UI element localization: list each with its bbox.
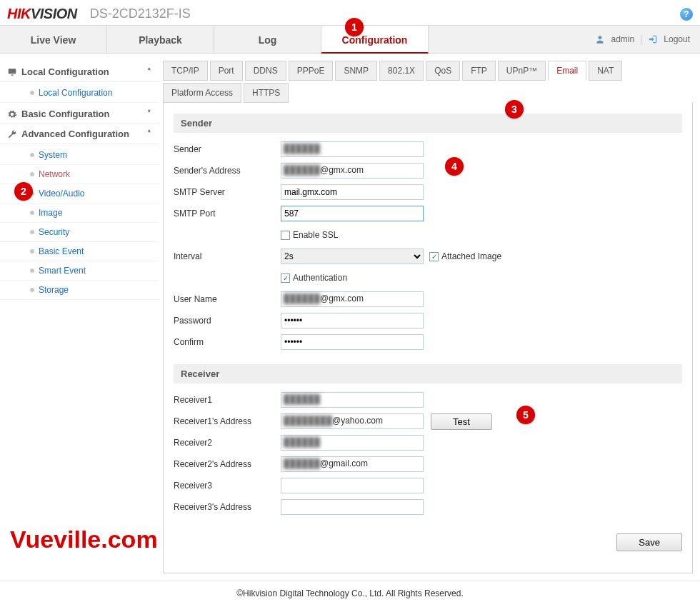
sidebar-item-basic-event[interactable]: Basic Event (0, 242, 159, 261)
sidebar-item-label: Storage (39, 285, 69, 295)
label-receiver1-address: Receiver1's Address (174, 416, 281, 426)
email-panel: Sender Sender ██████ Sender's Address ██… (163, 102, 693, 573)
password-input[interactable] (281, 313, 424, 328)
sidebar-item-label: Basic Event (39, 246, 84, 256)
smtp-port-input[interactable] (281, 206, 424, 221)
subtab-platform-access[interactable]: Platform Access (163, 83, 241, 103)
label-receiver3: Receiver3 (174, 481, 281, 491)
subtab-snmp[interactable]: SNMP (335, 61, 377, 81)
authentication-checkbox[interactable] (281, 274, 290, 283)
sidebar-item-local-configuration[interactable]: Local Configuration (0, 84, 159, 103)
attached-image-checkbox[interactable] (429, 252, 439, 261)
label-sender: Sender (174, 144, 281, 154)
bullet-icon (30, 230, 34, 234)
label-receiver3-address: Receiver3's Address (174, 502, 281, 512)
sidebar-item-network[interactable]: Network (0, 165, 159, 184)
subtab-pppoe[interactable]: PPPoE (289, 61, 334, 81)
bullet-icon (30, 269, 34, 273)
sidebar-item-label: Video/Audio (39, 189, 85, 199)
subtab-ddns[interactable]: DDNS (245, 61, 286, 81)
sidebar-section-basic[interactable]: Basic Configuration ˅ (0, 104, 159, 124)
subtab-tcpip[interactable]: TCP/IP (163, 61, 208, 81)
sidebar-section-label: Basic Configuration (21, 109, 110, 119)
section-sender: Sender (174, 114, 682, 133)
receiver3-input[interactable] (281, 478, 424, 493)
help-icon[interactable]: ? (680, 8, 693, 21)
receiver3-address-input[interactable] (281, 499, 424, 515)
bullet-icon (30, 211, 34, 215)
sidebar-item-label: Image (39, 208, 62, 218)
label-smtp-port: SMTP Port (174, 209, 281, 219)
wrench-icon (7, 129, 17, 139)
sidebar-item-smart-event[interactable]: Smart Event (0, 261, 159, 281)
callout-4: 4 (445, 157, 464, 176)
logout-link[interactable]: Logout (664, 34, 690, 44)
user-name: admin (611, 34, 634, 44)
callout-2: 2 (14, 182, 33, 201)
tab-configuration[interactable]: Configuration (321, 26, 429, 54)
label-sender-address: Sender's Address (174, 166, 281, 176)
enable-ssl-checkbox[interactable] (281, 231, 290, 240)
label-receiver2-address: Receiver2's Address (174, 459, 281, 469)
subtab-https[interactable]: HTTPS (244, 83, 289, 103)
sidebar-section-advanced[interactable]: Advanced Configuration ˄ (0, 124, 159, 144)
brand-logo: HIKVISION (7, 6, 77, 22)
sidebar: Local Configuration ˄ Local Configuratio… (0, 54, 159, 581)
subtab-email[interactable]: Email (548, 61, 586, 81)
chevron-down-icon: ˅ (147, 109, 151, 119)
svg-rect-2 (11, 74, 14, 75)
subtab-qos[interactable]: QoS (426, 61, 460, 81)
callout-3: 3 (505, 100, 524, 119)
subtab-8021x[interactable]: 802.1X (379, 61, 424, 81)
subtab-nat[interactable]: NAT (589, 61, 622, 81)
label-receiver1: Receiver1 (174, 395, 281, 405)
sidebar-item-label: Security (39, 227, 69, 237)
receiver1-address-input[interactable] (281, 413, 424, 429)
bullet-icon (30, 91, 34, 95)
sidebar-section-local[interactable]: Local Configuration ˄ (0, 62, 159, 82)
receiver2-address-input[interactable] (281, 456, 424, 472)
user-icon (595, 34, 605, 44)
label-interval: Interval (174, 251, 281, 261)
bullet-icon (30, 172, 34, 176)
save-button[interactable]: Save (616, 533, 682, 551)
sidebar-item-label: Network (39, 169, 70, 179)
receiver2-input[interactable] (281, 435, 424, 451)
sender-address-input[interactable] (281, 163, 424, 179)
sub-tabs: TCP/IP Port DDNS PPPoE SNMP 802.1X QoS F… (163, 61, 693, 103)
smtp-server-input[interactable] (281, 184, 424, 200)
sidebar-item-image[interactable]: Image (0, 204, 159, 223)
sidebar-item-storage[interactable]: Storage (0, 281, 159, 300)
sender-input[interactable] (281, 141, 424, 157)
bullet-icon (30, 249, 34, 254)
receiver1-input[interactable] (281, 392, 424, 408)
tab-live-view[interactable]: Live View (0, 26, 107, 53)
user-block: admin | Logout (595, 26, 700, 53)
label-user-name: User Name (174, 294, 281, 304)
tab-log[interactable]: Log (214, 26, 321, 53)
gear-icon (7, 109, 17, 119)
sidebar-item-security[interactable]: Security (0, 223, 159, 242)
interval-select[interactable]: 2s (281, 249, 424, 264)
user-name-input[interactable] (281, 291, 424, 307)
sidebar-section-label: Local Configuration (21, 66, 109, 77)
section-receiver: Receiver (174, 364, 682, 383)
sidebar-item-system[interactable]: System (0, 146, 159, 165)
label-authentication: Authentication (293, 273, 347, 283)
bullet-icon (30, 153, 34, 157)
label-confirm: Confirm (174, 337, 281, 347)
svg-rect-1 (9, 69, 16, 74)
tab-playback[interactable]: Playback (107, 26, 214, 53)
logout-icon[interactable] (648, 34, 658, 44)
chevron-up-icon: ˄ (147, 67, 151, 76)
sidebar-section-label: Advanced Configuration (21, 129, 129, 139)
label-password: Password (174, 316, 281, 326)
subtab-upnp[interactable]: UPnP™ (498, 61, 546, 81)
subtab-port[interactable]: Port (210, 61, 243, 81)
sidebar-item-label: Smart Event (39, 266, 86, 276)
subtab-ftp[interactable]: FTP (462, 61, 496, 81)
test-button[interactable]: Test (431, 413, 492, 430)
label-receiver2: Receiver2 (174, 438, 281, 448)
confirm-input[interactable] (281, 334, 424, 350)
callout-1: 1 (345, 18, 364, 36)
